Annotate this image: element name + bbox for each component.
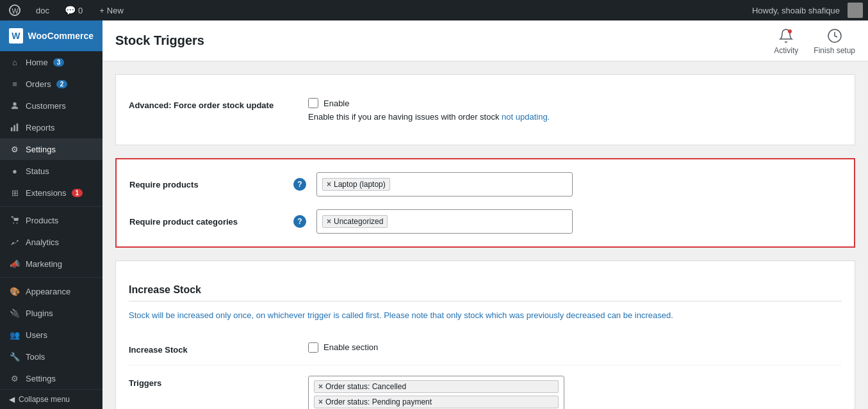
sidebar-appearance-label: Appearance <box>26 287 70 296</box>
sidebar-item-plugins[interactable]: 🔌 Plugins <box>0 302 102 324</box>
sidebar-marketing-label: Marketing <box>26 259 62 269</box>
sidebar-item-home[interactable]: ⌂ Home 3 <box>0 51 102 73</box>
require-products-tag-remove-0[interactable]: × <box>327 180 331 189</box>
sidebar-nav: ⌂ Home 3 ≡ Orders 2 Customers Reports <box>0 51 102 389</box>
triggers-row: Triggers × Order status: Cancelled × Ord… <box>129 365 842 410</box>
trigger-tag-text-0: Order status: Cancelled <box>325 382 406 391</box>
force-update-control: Enable Enable this if you are having iss… <box>308 98 842 122</box>
activity-label: Activity <box>774 46 798 55</box>
require-products-tag-0: × Laptop (laptop) <box>322 178 390 191</box>
sidebar-orders-label: Orders <box>26 79 51 89</box>
triggers-input[interactable]: × Order status: Cancelled × Order status… <box>308 376 564 410</box>
require-products-help[interactable]: ? <box>293 178 306 191</box>
sidebar-item-products[interactable]: Products <box>0 209 102 231</box>
sidebar-item-tools[interactable]: 🔧 Tools <box>0 346 102 367</box>
brand-icon: W <box>9 28 23 44</box>
force-update-checkbox[interactable] <box>308 98 318 108</box>
force-update-desc: Enable this if you are having issues wit… <box>308 112 842 122</box>
top-bar-actions: Activity Finish setup <box>774 27 855 55</box>
svg-point-8 <box>788 29 792 33</box>
require-categories-tag-remove-0[interactable]: × <box>327 217 331 226</box>
comments-button[interactable]: 💬 0 <box>61 0 86 20</box>
activity-button[interactable]: Activity <box>774 27 798 55</box>
sidebar-wp-settings-label: Settings <box>26 374 56 383</box>
increase-stock-title: Increase Stock <box>129 274 842 301</box>
appearance-icon: 🎨 <box>9 285 20 297</box>
triggers-label: Triggers <box>129 376 308 388</box>
orders-icon: ≡ <box>9 78 20 90</box>
force-update-checkbox-row: Enable <box>308 98 842 108</box>
home-badge: 3 <box>53 58 65 67</box>
force-update-row: Advanced: Force order stock update Enabl… <box>129 88 842 132</box>
sidebar-products-label: Products <box>26 216 58 225</box>
users-icon: 👥 <box>9 329 20 341</box>
settings-icon: ⚙ <box>9 143 20 155</box>
sidebar-item-wp-settings[interactable]: ⚙ Settings <box>0 367 102 389</box>
sidebar-users-label: Users <box>26 330 47 340</box>
require-products-row: Require products ? × Laptop (laptop) <box>129 172 841 196</box>
sidebar-item-orders[interactable]: ≡ Orders 2 <box>0 73 102 95</box>
admin-bar-right: Howdy, shoaib shafique <box>747 3 863 18</box>
svg-text:W: W <box>12 7 19 15</box>
home-icon: ⌂ <box>9 56 20 68</box>
increase-stock-section: Increase Stock Stock will be increased o… <box>115 261 855 409</box>
collapse-menu-button[interactable]: ◀ Collapse menu <box>0 389 102 409</box>
require-categories-input[interactable]: × Uncategorized <box>316 209 573 234</box>
collapse-arrow-icon: ◀ <box>9 395 15 404</box>
sidebar-item-customers[interactable]: Customers <box>0 95 102 116</box>
trigger-tag-0: × Order status: Cancelled <box>314 380 559 393</box>
user-greeting: Howdy, shoaib shafique <box>747 6 845 15</box>
sidebar-status-label: Status <box>26 166 49 176</box>
require-products-label: Require products <box>129 180 283 189</box>
require-categories-label: Require product categories <box>129 217 283 227</box>
comment-icon: 💬 <box>65 5 76 15</box>
sidebar-item-users[interactable]: 👥 Users <box>0 324 102 346</box>
sidebar-item-appearance[interactable]: 🎨 Appearance <box>0 280 102 302</box>
force-update-desc-text: Enable this if you are having issues wit… <box>308 112 502 122</box>
sidebar-item-marketing[interactable]: 📣 Marketing <box>0 253 102 275</box>
activity-icon <box>777 27 795 45</box>
user-avatar <box>848 3 863 18</box>
nav-divider-1 <box>0 206 102 207</box>
sidebar-item-analytics[interactable]: Analytics <box>0 231 102 253</box>
finish-setup-label: Finish setup <box>814 46 855 55</box>
sidebar-brand[interactable]: W WooCommerce <box>0 20 102 51</box>
sidebar-plugins-label: Plugins <box>26 309 53 318</box>
trigger-tag-remove-1[interactable]: × <box>318 397 323 406</box>
force-update-label: Advanced: Force order stock update <box>129 98 308 110</box>
orders-badge: 2 <box>56 80 68 88</box>
require-section: Require products ? × Laptop (laptop) Req… <box>115 158 855 248</box>
finish-setup-icon <box>826 27 844 45</box>
content-area: Advanced: Force order stock update Enabl… <box>102 61 868 409</box>
site-name-label: doc <box>36 6 49 15</box>
sidebar-item-status[interactable]: ● Status <box>0 160 102 182</box>
svg-point-7 <box>17 223 18 224</box>
trigger-tag-text-1: Order status: Pending payment <box>325 397 432 406</box>
new-button[interactable]: + New <box>95 0 127 20</box>
status-icon: ● <box>9 165 20 177</box>
customers-icon <box>9 100 20 111</box>
finish-setup-button[interactable]: Finish setup <box>814 27 855 55</box>
increase-stock-checkbox[interactable] <box>308 342 318 353</box>
nav-divider-2 <box>0 277 102 278</box>
wp-logo-button[interactable]: W <box>5 0 24 20</box>
sidebar-item-extensions[interactable]: ⊞ Extensions 1 <box>0 182 102 204</box>
site-name-button[interactable]: doc <box>32 0 53 20</box>
require-categories-help[interactable]: ? <box>293 215 306 228</box>
require-categories-tag-text-0: Uncategorized <box>334 217 383 226</box>
comments-count: 0 <box>78 6 83 15</box>
analytics-icon <box>9 236 20 248</box>
sidebar-tools-label: Tools <box>26 352 45 362</box>
triggers-control: × Order status: Cancelled × Order status… <box>308 376 842 410</box>
require-products-input[interactable]: × Laptop (laptop) <box>316 172 573 196</box>
app-body: W WooCommerce ⌂ Home 3 ≡ Orders 2 Custom… <box>0 20 868 409</box>
reports-icon <box>9 122 20 133</box>
sidebar-home-label: Home <box>26 58 48 67</box>
main-content: Stock Triggers Activity Finish setup <box>102 20 868 409</box>
products-icon <box>9 214 20 226</box>
tools-icon: 🔧 <box>9 351 20 362</box>
sidebar-item-reports[interactable]: Reports <box>0 116 102 138</box>
sidebar-item-settings[interactable]: ⚙ Settings <box>0 138 102 160</box>
force-update-checkbox-label: Enable <box>323 99 349 108</box>
trigger-tag-remove-0[interactable]: × <box>318 382 323 391</box>
